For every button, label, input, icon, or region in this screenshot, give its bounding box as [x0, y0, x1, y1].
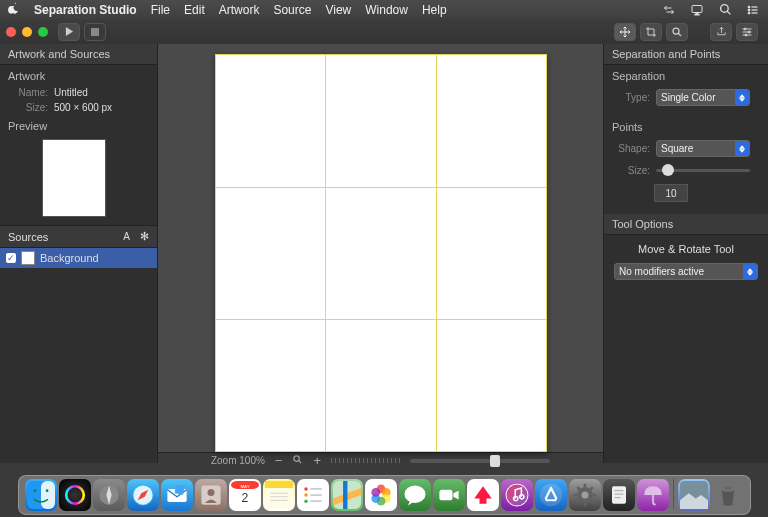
- source-checkbox[interactable]: ✓: [6, 253, 16, 263]
- svg-point-41: [404, 485, 425, 503]
- zoom-slider[interactable]: [410, 459, 550, 463]
- airplay-icon[interactable]: [690, 3, 704, 17]
- contacts-icon[interactable]: [195, 479, 227, 511]
- menu-help[interactable]: Help: [422, 3, 447, 17]
- source-name: Background: [40, 252, 99, 264]
- news-icon[interactable]: [467, 479, 499, 511]
- size-slider[interactable]: [656, 169, 750, 172]
- move-tool[interactable]: [614, 23, 636, 41]
- mail-icon[interactable]: [161, 479, 193, 511]
- type-select[interactable]: Single Color: [656, 89, 750, 106]
- svg-rect-0: [692, 5, 702, 12]
- sort-letter[interactable]: A: [123, 231, 130, 242]
- svg-point-48: [581, 492, 588, 499]
- trash-icon[interactable]: [712, 479, 744, 511]
- app-icon[interactable]: [603, 479, 635, 511]
- preview-thumbnail: [42, 139, 106, 217]
- menu-view[interactable]: View: [325, 3, 351, 17]
- minimize-window[interactable]: [22, 27, 32, 37]
- notes-icon[interactable]: [263, 479, 295, 511]
- play-button[interactable]: [58, 23, 80, 41]
- size-label: Size:: [0, 102, 48, 113]
- svg-point-13: [33, 489, 36, 492]
- zoom-window[interactable]: [38, 27, 48, 37]
- finder-icon[interactable]: [25, 479, 57, 511]
- type-value: Single Color: [661, 92, 715, 103]
- itunes-icon[interactable]: [501, 479, 533, 511]
- modifiers-value: No modifiers active: [619, 266, 704, 277]
- svg-point-15: [66, 486, 84, 504]
- dock: MAY2: [0, 463, 768, 517]
- menu-list-icon[interactable]: [746, 3, 760, 17]
- svg-rect-12: [41, 481, 55, 509]
- umbrella-icon[interactable]: [637, 479, 669, 511]
- size-value[interactable]: 10: [654, 184, 688, 202]
- svg-point-14: [45, 489, 48, 492]
- menu-file[interactable]: File: [151, 3, 170, 17]
- sources-label: Sources: [8, 231, 123, 243]
- facetime-icon[interactable]: [433, 479, 465, 511]
- name-value: Untitled: [54, 87, 88, 98]
- shape-select[interactable]: Square: [656, 140, 750, 157]
- svg-point-1: [720, 5, 728, 13]
- points-header: Points: [604, 116, 768, 136]
- settings-button[interactable]: [736, 23, 758, 41]
- siri-icon[interactable]: [59, 479, 91, 511]
- size-value: 500 × 600 px: [54, 102, 112, 113]
- app-name[interactable]: Separation Studio: [34, 3, 137, 17]
- desktop-picture-icon[interactable]: [678, 479, 710, 511]
- svg-rect-49: [612, 486, 626, 504]
- svg-rect-5: [91, 28, 99, 36]
- calendar-icon[interactable]: MAY2: [229, 479, 261, 511]
- menu-edit[interactable]: Edit: [184, 3, 205, 17]
- dock-tray: MAY2: [18, 475, 751, 515]
- reminders-icon[interactable]: [297, 479, 329, 511]
- sources-header: Sources A ✻: [0, 225, 157, 248]
- apple-icon[interactable]: [8, 2, 20, 17]
- stop-button[interactable]: [84, 23, 106, 41]
- separation-header: Separation: [604, 65, 768, 85]
- svg-point-2: [748, 6, 750, 8]
- svg-point-45: [506, 485, 527, 506]
- svg-text:MAY: MAY: [240, 484, 249, 489]
- svg-point-4: [748, 12, 750, 14]
- window-controls: [6, 27, 48, 37]
- menu-source[interactable]: Source: [273, 3, 311, 17]
- source-row[interactable]: ✓ Background: [0, 248, 157, 268]
- safari-icon[interactable]: [127, 479, 159, 511]
- messages-icon[interactable]: [399, 479, 431, 511]
- tool-options-header: Tool Options: [604, 214, 768, 235]
- artwork-header: Artwork: [0, 65, 157, 85]
- menu-window[interactable]: Window: [365, 3, 408, 17]
- photos-icon[interactable]: [365, 479, 397, 511]
- point-size-label: Size:: [604, 165, 650, 176]
- dock-separator: [673, 479, 674, 509]
- right-panel-title: Separation and Points: [604, 44, 768, 65]
- shape-value: Square: [661, 143, 693, 154]
- crop-tool[interactable]: [640, 23, 662, 41]
- chevron-updown-icon: [735, 90, 749, 105]
- chevron-updown-icon: [735, 141, 749, 156]
- canvas[interactable]: [215, 54, 547, 452]
- center-panel: Zoom 100% − +: [158, 44, 603, 463]
- right-panel: Separation and Points Separation Type: S…: [603, 44, 768, 463]
- preferences-icon[interactable]: [569, 479, 601, 511]
- modifiers-select[interactable]: No modifiers active: [614, 263, 758, 280]
- search-icon[interactable]: [718, 3, 732, 17]
- launchpad-icon[interactable]: [93, 479, 125, 511]
- shape-label: Shape:: [604, 143, 650, 154]
- menu-artwork[interactable]: Artwork: [219, 3, 260, 17]
- toolbar: [0, 19, 768, 44]
- switch-icon[interactable]: [662, 3, 676, 17]
- left-panel-title: Artwork and Sources: [0, 44, 157, 65]
- tool-name: Move & Rotate Tool: [604, 235, 768, 263]
- chevron-updown-icon: [743, 264, 757, 279]
- maps-icon[interactable]: [331, 479, 363, 511]
- gear-icon[interactable]: ✻: [140, 230, 149, 243]
- appstore-icon[interactable]: [535, 479, 567, 511]
- svg-text:2: 2: [241, 491, 248, 505]
- share-button[interactable]: [710, 23, 732, 41]
- zoom-tool[interactable]: [666, 23, 688, 41]
- size-knob[interactable]: [662, 164, 674, 176]
- close-window[interactable]: [6, 27, 16, 37]
